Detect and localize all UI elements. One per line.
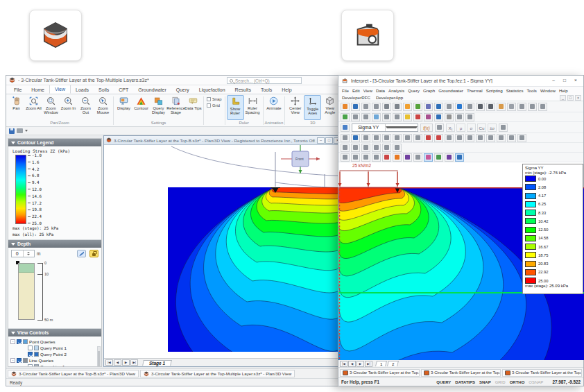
view-tab[interactable]: 2 (387, 361, 399, 366)
toolbar-icon[interactable] (351, 103, 360, 111)
toolbar-icon[interactable] (403, 153, 412, 162)
toolbar-icon[interactable] (424, 113, 433, 121)
grid-toggle[interactable]: Grid (207, 103, 222, 108)
status-toggle[interactable]: ORTHO (510, 380, 525, 384)
toolbar-icon[interactable] (351, 113, 360, 121)
ribbon-tab[interactable]: Groundwater (133, 86, 171, 94)
ribbon-tab[interactable]: Loads (71, 86, 94, 94)
toolbar-icon[interactable] (465, 103, 474, 111)
menu-item[interactable]: Help (558, 88, 569, 93)
ribbon-tab[interactable]: Help (277, 86, 296, 94)
toolbar-icon[interactable] (455, 103, 464, 111)
toolbar-icon[interactable] (361, 113, 370, 121)
ribbon-tab[interactable]: Soils (94, 86, 114, 94)
toolbar-icon[interactable] (465, 134, 474, 142)
toolbar-icon[interactable] (445, 153, 454, 162)
toolbar-icon[interactable] (382, 153, 391, 162)
settle3-titlebar[interactable]: - 3-Circular Tank-Stiffer Layer at the T… (6, 76, 346, 85)
contour-button[interactable]: Contour (132, 95, 150, 120)
menu-item[interactable]: Data (375, 88, 386, 93)
menu-item[interactable]: Tools (525, 88, 538, 93)
tree-item[interactable]: - Line Queries (10, 357, 100, 364)
zoom-window-button[interactable]: Zoom Window (42, 95, 60, 120)
histogram-icon[interactable] (499, 123, 508, 132)
ribbon-tab[interactable]: File (9, 86, 26, 94)
view-nav-button[interactable]: ▶ (357, 361, 364, 367)
stage-nav-button[interactable]: |◀ (105, 359, 113, 366)
toolbar-icon[interactable] (517, 103, 526, 111)
toolbar-icon[interactable] (403, 113, 412, 121)
mdi-button[interactable]: × (575, 95, 581, 101)
ribbon-tab[interactable]: Results (230, 86, 256, 94)
toolbar-icon[interactable] (538, 103, 547, 111)
doc-window-button[interactable]: – (317, 137, 325, 144)
ribbon-tab[interactable]: View (49, 85, 71, 94)
grid-data-icon[interactable] (435, 123, 444, 132)
zoom-all-button[interactable]: Zoom All (25, 95, 42, 120)
document-tab[interactable]: 3-Circular Tank-Stiffer Layer at the Top… (8, 370, 139, 377)
status-toggle[interactable]: SNAP (479, 380, 491, 384)
toolbar-icon[interactable] (476, 103, 485, 111)
rs2-desktop-icon[interactable] (341, 10, 394, 61)
tree-expander[interactable]: - (10, 339, 15, 344)
statistics-button[interactable]: X₁ (446, 123, 455, 132)
toolbar-icon[interactable] (341, 103, 350, 111)
animate-button[interactable]: Animate (265, 95, 282, 120)
menu-item[interactable]: Statistics (505, 88, 525, 93)
menu-item[interactable]: DeveloperRFC (341, 95, 372, 100)
toolbar-icon[interactable] (393, 113, 402, 121)
interpret-titlebar[interactable]: Interpret - [3-Circular Tank-Stiffer Lay… (338, 76, 583, 87)
toolbar-icon[interactable] (372, 153, 381, 162)
toolbar-icon[interactable] (455, 113, 464, 121)
menu-item[interactable]: Analysis (387, 88, 406, 93)
toolbar-icon[interactable] (413, 103, 422, 111)
tree-item[interactable]: - Point Queries (10, 339, 100, 345)
ribbon-tab[interactable]: Liquefaction (194, 86, 230, 94)
menu-item[interactable]: Query (406, 88, 421, 93)
tree-item[interactable]: Query Point 1 (10, 345, 100, 351)
doc-window-button[interactable]: □ (325, 137, 333, 144)
toolbar-icon[interactable] (341, 153, 350, 162)
toolbar-icon[interactable] (455, 134, 464, 142)
toolbar-icon[interactable] (424, 103, 433, 111)
toolbar-icon[interactable] (434, 153, 443, 162)
toolbar-icon[interactable] (445, 134, 454, 142)
interpret-canvas[interactable]: 25 kN/m2 (338, 162, 583, 359)
tree-checkbox[interactable] (28, 346, 33, 350)
toolbar-icon[interactable] (382, 134, 391, 142)
document-tab[interactable]: 3-Circular Tank-Stiffer Layer at the Top… (140, 370, 295, 377)
tree-item[interactable]: Query Point 2 (10, 351, 100, 357)
status-toggle[interactable]: DATATIPS (455, 380, 475, 384)
toolbar-icon[interactable] (486, 134, 495, 142)
toolbar-icon[interactable] (517, 134, 526, 142)
toolbar-icon[interactable] (351, 153, 360, 162)
menu-item[interactable]: Edit (351, 88, 361, 93)
save-icon[interactable] (9, 128, 15, 134)
grid-checkbox[interactable] (207, 103, 211, 108)
plan3d-canvas[interactable]: Front (104, 145, 343, 358)
toolbar-icon[interactable] (486, 103, 495, 111)
display-button[interactable]: Display (115, 95, 132, 120)
menu-item[interactable]: DeveloperApp (375, 95, 404, 100)
tree-expander[interactable] (22, 352, 26, 357)
show-ruler-button[interactable]: Show Ruler (227, 95, 244, 120)
toolbar-icon[interactable] (403, 134, 412, 142)
toggle-axes-button[interactable]: Toggle Axes (304, 95, 321, 120)
ruler-spacing-button[interactable]: Ruler Spacing (244, 95, 261, 120)
window-button[interactable]: × (571, 77, 581, 85)
view-angle-button[interactable]: View Angle (321, 95, 338, 120)
stage-nav-button[interactable]: ▶| (130, 359, 138, 366)
toolbar-icon[interactable] (382, 113, 391, 121)
depth-header[interactable]: Depth (8, 240, 101, 248)
ribbon-tab[interactable]: Home (26, 86, 49, 94)
statistics-button[interactable]: σ (467, 123, 476, 132)
toolbar-icon[interactable] (434, 103, 443, 111)
menu-item[interactable]: Scripting (485, 88, 504, 93)
data-type-icon[interactable] (341, 123, 350, 132)
zoom-out-button[interactable]: Zoom Out (77, 95, 94, 120)
mdi-button[interactable]: _ (560, 95, 566, 101)
toolbar-icon[interactable] (393, 134, 402, 142)
window-button[interactable]: – (549, 77, 558, 85)
toolbar-icon[interactable] (424, 153, 433, 162)
user-data-button[interactable]: f(x) (420, 123, 433, 132)
